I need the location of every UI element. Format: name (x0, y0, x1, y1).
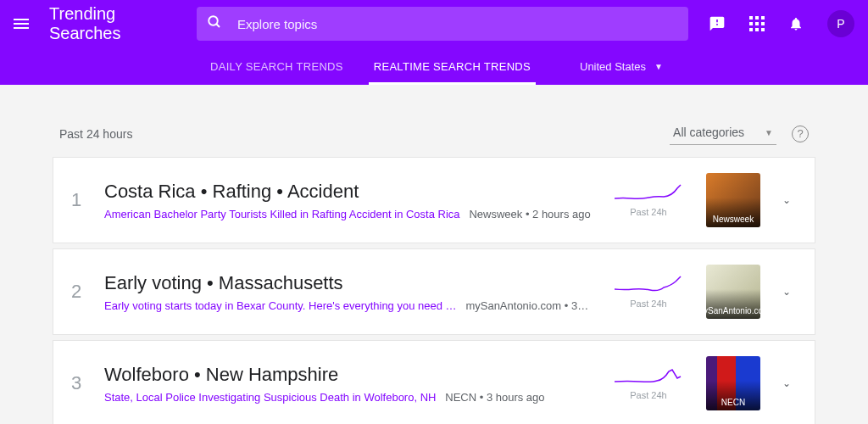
svg-rect-2 (749, 16, 753, 20)
region-selector[interactable]: United States ▼ (580, 60, 663, 73)
tab-realtime[interactable]: REALTIME SEARCH TRENDS (369, 48, 536, 85)
category-selector[interactable]: All categories ▼ (670, 122, 776, 145)
search-icon (207, 14, 222, 34)
sparkline: Past 24h (606, 366, 691, 400)
svg-rect-5 (749, 22, 753, 25)
svg-line-1 (216, 24, 220, 27)
story-headline[interactable]: American Bachelor Party Tourists Killed … (104, 208, 460, 220)
story-time: 2 hours ago (532, 208, 591, 220)
sparkline-label: Past 24h (606, 298, 691, 309)
expand-icon[interactable]: ⌄ (776, 279, 798, 304)
thumbnail-label: mySanAntonio.com (706, 306, 760, 315)
search-box[interactable] (197, 7, 688, 41)
trend-topic: Early voting • Massachusetts (104, 272, 591, 294)
trend-story: Early voting starts today in Bexar Count… (104, 299, 591, 312)
story-time: 38 minute… (571, 299, 591, 312)
thumbnail-label: NECN (721, 398, 745, 407)
story-time: 3 hours ago (487, 391, 545, 404)
trend-row[interactable]: 3 Wolfeboro • New Hampshire State, Local… (53, 340, 815, 424)
rank: 2 (64, 281, 89, 303)
svg-rect-10 (761, 28, 765, 31)
help-icon[interactable]: ? (792, 126, 809, 142)
story-source: mySanAntonio.com (465, 299, 561, 312)
trend-row[interactable]: 1 Costa Rica • Rafting • Accident Americ… (53, 157, 815, 243)
svg-rect-3 (755, 16, 759, 20)
story-source: Newsweek (469, 208, 522, 220)
trend-content: Costa Rica • Rafting • Accident American… (104, 181, 591, 220)
svg-rect-7 (761, 22, 765, 25)
trend-content: Early voting • Massachusetts Early votin… (104, 272, 591, 312)
sparkline: Past 24h (606, 275, 691, 309)
main-container: Past 24 hours All categories ▼ ? 1 Costa… (53, 85, 815, 424)
story-headline[interactable]: State, Local Police Investigating Suspic… (104, 391, 436, 404)
region-label: United States (580, 60, 646, 73)
chevron-down-icon: ▼ (765, 128, 773, 137)
tab-daily[interactable]: DAILY SEARCH TRENDS (205, 48, 348, 85)
tabs: DAILY SEARCH TRENDS REALTIME SEARCH TREN… (0, 47, 868, 85)
feedback-icon[interactable] (709, 15, 726, 32)
search-input[interactable] (237, 17, 678, 31)
trend-row[interactable]: 2 Early voting • Massachusetts Early vot… (53, 248, 815, 335)
sparkline: Past 24h (606, 183, 691, 217)
thumbnail[interactable]: mySanAntonio.com (706, 265, 760, 319)
story-source: NECN (445, 391, 476, 404)
svg-rect-4 (761, 16, 765, 20)
menu-icon[interactable] (14, 19, 29, 29)
sparkline-label: Past 24h (606, 390, 691, 400)
trend-topic: Costa Rica • Rafting • Accident (104, 181, 591, 203)
header-icons: P (709, 10, 854, 37)
expand-icon[interactable]: ⌄ (776, 371, 798, 396)
svg-rect-9 (755, 28, 759, 31)
trend-story: State, Local Police Investigating Suspic… (104, 391, 591, 404)
svg-point-0 (209, 16, 218, 25)
app-header: Trending Searches P DAILY SEARCH TRENDS … (0, 0, 868, 85)
chevron-down-icon: ▼ (654, 62, 663, 71)
trend-topic: Wolfeboro • New Hampshire (104, 364, 591, 386)
thumbnail[interactable]: NECN (706, 356, 760, 410)
thumbnail-label: Newsweek (713, 215, 754, 224)
trend-content: Wolfeboro • New Hampshire State, Local P… (104, 364, 591, 404)
apps-icon[interactable] (749, 16, 765, 31)
trend-story: American Bachelor Party Tourists Killed … (104, 208, 591, 220)
story-headline[interactable]: Early voting starts today in Bexar Count… (104, 299, 457, 312)
svg-rect-8 (749, 28, 753, 31)
timeframe-label: Past 24 hours (59, 127, 132, 141)
avatar[interactable]: P (827, 10, 854, 37)
topbar: Trending Searches P (0, 0, 868, 47)
expand-icon[interactable]: ⌄ (776, 187, 798, 213)
thumbnail[interactable]: Newsweek (706, 173, 760, 227)
rank: 3 (64, 372, 89, 394)
list-header: Past 24 hours All categories ▼ ? (53, 122, 815, 157)
page-title: Trending Searches (49, 4, 176, 43)
svg-rect-6 (755, 22, 759, 25)
category-label: All categories (673, 126, 744, 139)
notifications-icon[interactable] (788, 16, 804, 31)
sparkline-label: Past 24h (606, 207, 691, 217)
rank: 1 (64, 189, 89, 211)
